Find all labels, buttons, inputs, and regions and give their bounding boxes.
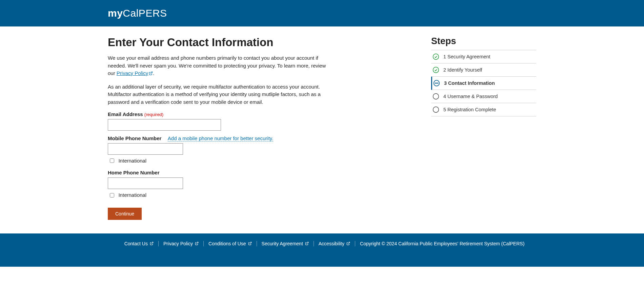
step-1: 1 Security Agreement xyxy=(431,50,536,63)
svg-point-7 xyxy=(433,94,439,99)
step-label: 4 Username & Password xyxy=(443,94,498,99)
step-3-current: 3 Contact Information xyxy=(431,77,536,90)
required-marker: (required) xyxy=(144,112,163,117)
step-label: 2 Identify Yourself xyxy=(443,67,482,73)
empty-circle-icon xyxy=(432,106,439,113)
external-link-icon xyxy=(248,242,252,245)
svg-line-12 xyxy=(306,242,308,244)
step-4: 4 Username & Password xyxy=(431,90,536,103)
mobile-group: Mobile Phone Number Add a mobile phone n… xyxy=(108,135,331,164)
email-label: Email Address (required) xyxy=(108,111,163,117)
email-input[interactable] xyxy=(108,119,221,131)
privacy-policy-link[interactable]: Privacy Policy xyxy=(117,70,153,76)
svg-line-13 xyxy=(348,242,350,244)
footer-link-conditions[interactable]: Conditions of Use xyxy=(204,241,257,246)
step-2: 2 Identify Yourself xyxy=(431,63,536,77)
footer-link-contact[interactable]: Contact Us xyxy=(120,241,159,246)
svg-line-10 xyxy=(197,242,198,244)
mobile-label: Mobile Phone Number xyxy=(108,135,161,141)
step-label: 5 Registration Complete xyxy=(443,107,496,112)
page-title: Enter Your Contact Information xyxy=(108,36,331,49)
step-5: 5 Registration Complete xyxy=(431,103,536,116)
intro-text: We use your email address and phone numb… xyxy=(108,54,331,106)
svg-point-2 xyxy=(433,67,439,73)
step-label: 1 Security Agreement xyxy=(443,54,490,59)
external-link-icon xyxy=(195,242,199,245)
external-link-icon xyxy=(150,242,154,245)
logo-prefix: my xyxy=(108,7,123,19)
home-input[interactable] xyxy=(108,177,183,189)
home-international-label: International xyxy=(118,192,146,198)
external-link-icon xyxy=(305,242,309,245)
svg-point-8 xyxy=(433,107,439,113)
svg-point-4 xyxy=(435,83,436,83)
email-group: Email Address (required) xyxy=(108,111,331,131)
footer-link-security[interactable]: Security Agreement xyxy=(257,241,314,246)
svg-line-9 xyxy=(152,242,153,244)
copyright-text: Copyright © 2024 California Public Emplo… xyxy=(355,241,524,246)
site-header: myCalPERS xyxy=(0,0,644,26)
in-progress-circle-icon xyxy=(433,80,440,87)
check-circle-icon xyxy=(432,67,439,73)
logo: myCalPERS xyxy=(108,7,536,19)
steps-list: 1 Security Agreement 2 Identify Yourself… xyxy=(431,50,536,116)
mobile-hint-link[interactable]: Add a mobile phone number for better sec… xyxy=(168,135,274,141)
logo-suffix: CalPERS xyxy=(123,7,167,19)
intro-text-2: As an additional layer of security, we r… xyxy=(108,83,331,106)
home-international-checkbox[interactable] xyxy=(110,193,114,197)
footer-link-privacy[interactable]: Privacy Policy xyxy=(159,241,204,246)
mobile-input[interactable] xyxy=(108,143,183,155)
svg-line-0 xyxy=(150,72,153,74)
continue-button[interactable]: Continue xyxy=(108,208,142,220)
steps-sidebar: Steps 1 Security Agreement 2 Identify Yo… xyxy=(431,36,536,220)
svg-line-11 xyxy=(249,242,251,244)
external-link-icon xyxy=(149,70,153,78)
step-label: 3 Contact Information xyxy=(444,80,495,86)
svg-point-1 xyxy=(433,54,439,60)
check-circle-icon xyxy=(432,53,439,60)
footer-link-accessibility[interactable]: Accessibility xyxy=(314,241,355,246)
steps-heading: Steps xyxy=(431,36,536,46)
mobile-international-label: International xyxy=(118,158,146,164)
home-label: Home Phone Number xyxy=(108,170,160,175)
home-group: Home Phone Number International xyxy=(108,170,331,198)
svg-point-5 xyxy=(436,83,437,83)
empty-circle-icon xyxy=(432,93,439,100)
site-footer: Contact Us Privacy Policy Conditions of … xyxy=(0,233,644,267)
mobile-international-checkbox[interactable] xyxy=(110,158,114,163)
main-content: Enter Your Contact Information We use yo… xyxy=(108,36,331,220)
external-link-icon xyxy=(346,242,350,245)
svg-point-6 xyxy=(438,83,438,83)
